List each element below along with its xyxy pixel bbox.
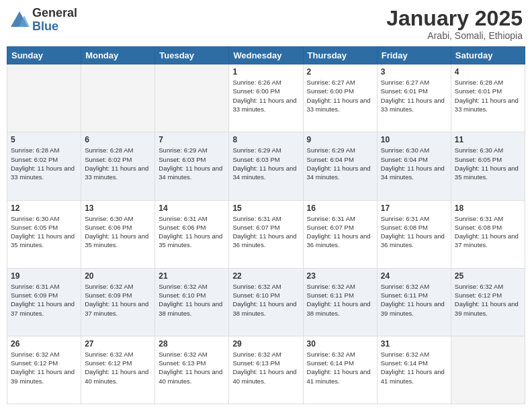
day-info: Sunrise: 6:31 AM Sunset: 6:08 PM Dayligh… xyxy=(455,214,521,250)
calendar-day: 15Sunrise: 6:31 AM Sunset: 6:07 PM Dayli… xyxy=(229,200,303,268)
calendar-table: Sunday Monday Tuesday Wednesday Thursday… xyxy=(7,46,525,404)
col-saturday: Saturday xyxy=(451,47,525,64)
calendar-day: 27Sunrise: 6:32 AM Sunset: 6:12 PM Dayli… xyxy=(81,336,155,404)
week-row: 12Sunrise: 6:30 AM Sunset: 6:05 PM Dayli… xyxy=(7,200,525,268)
day-number: 30 xyxy=(307,339,373,349)
calendar-day: 21Sunrise: 6:32 AM Sunset: 6:10 PM Dayli… xyxy=(155,268,229,336)
week-row: 19Sunrise: 6:31 AM Sunset: 6:09 PM Dayli… xyxy=(7,268,525,336)
day-number: 14 xyxy=(159,203,225,213)
day-number: 8 xyxy=(232,135,299,144)
day-number: 10 xyxy=(381,135,447,144)
day-info: Sunrise: 6:32 AM Sunset: 6:14 PM Dayligh… xyxy=(381,350,447,385)
day-number: 19 xyxy=(11,271,77,281)
day-info: Sunrise: 6:30 AM Sunset: 6:05 PM Dayligh… xyxy=(11,214,77,250)
calendar-day: 10Sunrise: 6:30 AM Sunset: 6:04 PM Dayli… xyxy=(377,132,451,200)
calendar-day: 31Sunrise: 6:32 AM Sunset: 6:14 PM Dayli… xyxy=(377,336,451,404)
calendar-day: 29Sunrise: 6:32 AM Sunset: 6:13 PM Dayli… xyxy=(229,336,303,404)
day-info: Sunrise: 6:29 AM Sunset: 6:03 PM Dayligh… xyxy=(159,146,225,181)
day-info: Sunrise: 6:31 AM Sunset: 6:06 PM Dayligh… xyxy=(159,214,225,250)
calendar-day: 7Sunrise: 6:29 AM Sunset: 6:03 PM Daylig… xyxy=(155,132,229,200)
calendar-day: 30Sunrise: 6:32 AM Sunset: 6:14 PM Dayli… xyxy=(303,336,377,404)
day-info: Sunrise: 6:27 AM Sunset: 6:01 PM Dayligh… xyxy=(381,78,447,113)
day-info: Sunrise: 6:29 AM Sunset: 6:04 PM Dayligh… xyxy=(307,146,373,181)
day-number: 29 xyxy=(232,339,299,349)
calendar-day: 3Sunrise: 6:27 AM Sunset: 6:01 PM Daylig… xyxy=(377,64,451,132)
calendar-day: 19Sunrise: 6:31 AM Sunset: 6:09 PM Dayli… xyxy=(7,268,81,336)
col-thursday: Thursday xyxy=(303,47,377,64)
day-number: 23 xyxy=(307,271,373,281)
page: General Blue January 2025 Arabi, Somali,… xyxy=(0,0,532,411)
col-monday: Monday xyxy=(81,47,155,64)
calendar-day xyxy=(451,336,525,404)
day-number: 25 xyxy=(455,271,521,281)
day-number: 18 xyxy=(455,203,521,213)
day-info: Sunrise: 6:32 AM Sunset: 6:13 PM Dayligh… xyxy=(232,350,299,385)
day-info: Sunrise: 6:30 AM Sunset: 6:04 PM Dayligh… xyxy=(381,146,447,181)
day-info: Sunrise: 6:28 AM Sunset: 6:02 PM Dayligh… xyxy=(85,146,151,181)
day-number: 17 xyxy=(381,203,447,213)
calendar-day: 16Sunrise: 6:31 AM Sunset: 6:07 PM Dayli… xyxy=(303,200,377,268)
logo: General Blue xyxy=(9,7,77,34)
calendar-day xyxy=(81,64,155,132)
day-number: 20 xyxy=(85,271,151,281)
calendar-day: 24Sunrise: 6:32 AM Sunset: 6:11 PM Dayli… xyxy=(377,268,451,336)
calendar-day: 6Sunrise: 6:28 AM Sunset: 6:02 PM Daylig… xyxy=(81,132,155,200)
day-number: 9 xyxy=(307,135,373,144)
day-number: 16 xyxy=(307,203,373,213)
calendar-day: 5Sunrise: 6:28 AM Sunset: 6:02 PM Daylig… xyxy=(7,132,81,200)
calendar-day: 8Sunrise: 6:29 AM Sunset: 6:03 PM Daylig… xyxy=(229,132,303,200)
day-info: Sunrise: 6:28 AM Sunset: 6:02 PM Dayligh… xyxy=(11,146,77,181)
day-info: Sunrise: 6:32 AM Sunset: 6:11 PM Dayligh… xyxy=(307,282,373,318)
day-info: Sunrise: 6:28 AM Sunset: 6:01 PM Dayligh… xyxy=(455,78,521,113)
day-number: 7 xyxy=(159,135,225,144)
day-info: Sunrise: 6:31 AM Sunset: 6:08 PM Dayligh… xyxy=(381,214,447,250)
day-info: Sunrise: 6:27 AM Sunset: 6:00 PM Dayligh… xyxy=(307,78,373,113)
calendar-day: 12Sunrise: 6:30 AM Sunset: 6:05 PM Dayli… xyxy=(7,200,81,268)
day-number: 22 xyxy=(232,271,299,281)
day-info: Sunrise: 6:32 AM Sunset: 6:10 PM Dayligh… xyxy=(159,282,225,318)
day-info: Sunrise: 6:30 AM Sunset: 6:05 PM Dayligh… xyxy=(455,146,521,181)
day-number: 27 xyxy=(85,339,151,349)
day-number: 3 xyxy=(381,67,447,77)
week-row: 1Sunrise: 6:26 AM Sunset: 6:00 PM Daylig… xyxy=(7,64,525,132)
calendar-day: 26Sunrise: 6:32 AM Sunset: 6:12 PM Dayli… xyxy=(7,336,81,404)
logo-general-text: General xyxy=(32,7,77,20)
week-row: 5Sunrise: 6:28 AM Sunset: 6:02 PM Daylig… xyxy=(7,132,525,200)
calendar-day: 25Sunrise: 6:32 AM Sunset: 6:12 PM Dayli… xyxy=(451,268,525,336)
day-number: 21 xyxy=(159,271,225,281)
day-info: Sunrise: 6:32 AM Sunset: 6:12 PM Dayligh… xyxy=(455,282,521,318)
subtitle: Arabi, Somali, Ethiopia xyxy=(386,30,523,41)
day-number: 2 xyxy=(307,67,373,77)
day-info: Sunrise: 6:32 AM Sunset: 6:13 PM Dayligh… xyxy=(159,350,225,385)
day-number: 4 xyxy=(455,67,521,77)
calendar-day xyxy=(7,64,81,132)
calendar-header: Sunday Monday Tuesday Wednesday Thursday… xyxy=(7,47,525,64)
calendar-day: 17Sunrise: 6:31 AM Sunset: 6:08 PM Dayli… xyxy=(377,200,451,268)
day-number: 28 xyxy=(159,339,225,349)
day-number: 12 xyxy=(11,203,77,213)
calendar-day: 18Sunrise: 6:31 AM Sunset: 6:08 PM Dayli… xyxy=(451,200,525,268)
day-number: 6 xyxy=(85,135,151,144)
calendar-body: 1Sunrise: 6:26 AM Sunset: 6:00 PM Daylig… xyxy=(7,64,525,404)
logo-text: General Blue xyxy=(32,7,77,34)
day-number: 5 xyxy=(11,135,77,144)
day-info: Sunrise: 6:32 AM Sunset: 6:11 PM Dayligh… xyxy=(381,282,447,318)
day-info: Sunrise: 6:32 AM Sunset: 6:14 PM Dayligh… xyxy=(307,350,373,385)
day-number: 11 xyxy=(455,135,521,144)
day-info: Sunrise: 6:31 AM Sunset: 6:07 PM Dayligh… xyxy=(232,214,299,250)
col-friday: Friday xyxy=(377,47,451,64)
header-row: Sunday Monday Tuesday Wednesday Thursday… xyxy=(7,47,525,64)
calendar-day: 13Sunrise: 6:30 AM Sunset: 6:06 PM Dayli… xyxy=(81,200,155,268)
calendar-day: 14Sunrise: 6:31 AM Sunset: 6:06 PM Dayli… xyxy=(155,200,229,268)
month-title: January 2025 xyxy=(386,7,523,30)
day-info: Sunrise: 6:26 AM Sunset: 6:00 PM Dayligh… xyxy=(232,78,299,113)
calendar-day: 20Sunrise: 6:32 AM Sunset: 6:09 PM Dayli… xyxy=(81,268,155,336)
day-number: 24 xyxy=(381,271,447,281)
day-info: Sunrise: 6:32 AM Sunset: 6:10 PM Dayligh… xyxy=(232,282,299,318)
day-number: 31 xyxy=(381,339,447,349)
logo-blue-text: Blue xyxy=(32,20,77,34)
header: General Blue January 2025 Arabi, Somali,… xyxy=(7,7,525,41)
day-info: Sunrise: 6:31 AM Sunset: 6:07 PM Dayligh… xyxy=(307,214,373,250)
day-number: 13 xyxy=(85,203,151,213)
day-number: 1 xyxy=(232,67,299,77)
